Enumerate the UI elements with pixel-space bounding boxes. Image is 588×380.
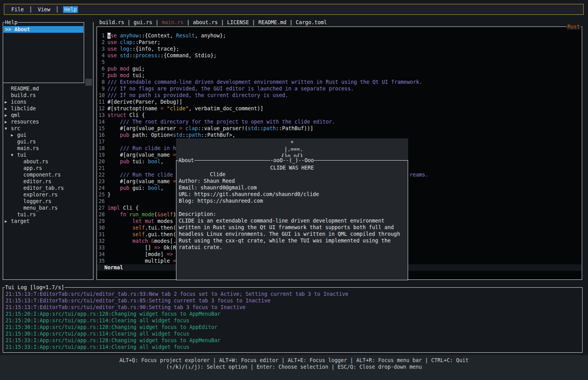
code-text: #[arg(value_name = <box>107 178 176 185</box>
tab-about-rs[interactable]: about.rs <box>193 19 218 25</box>
line-number: 16 <box>97 132 105 138</box>
about-row: Description: <box>179 211 405 217</box>
code-text: /// The root directory for the project t… <box>107 118 335 125</box>
tree-item-qml[interactable]: ▶qml <box>3 112 93 118</box>
tree-item-label: editor_tab.rs <box>23 185 64 191</box>
help-dropdown-title: Help <box>5 19 18 26</box>
tree-item-build-rs[interactable]: build.rs <box>3 92 93 99</box>
tree-item-about-rs[interactable]: about.rs <box>3 158 93 165</box>
line-number: 2 <box>97 39 105 46</box>
tree-item-editor-tab-rs[interactable]: editor_tab.rs <box>3 185 93 191</box>
code-line: 7pub mod tui; <box>97 72 581 79</box>
menu-item-help[interactable]: Help <box>63 6 78 13</box>
tree-item-gui[interactable]: ▶gui <box>3 132 93 138</box>
code-text: struct Cli { <box>107 112 145 118</box>
code-text: #[arg(value_parser = clap::value_parser!… <box>107 125 313 132</box>
tree-item-label: editor.rs <box>23 178 51 185</box>
line-number: 19 <box>97 152 105 158</box>
tree-item-menu-bar-rs[interactable]: menu_bar.rs <box>3 205 93 211</box>
tab-license[interactable]: LICENSE <box>227 19 249 25</box>
tree-item-logger-rs[interactable]: logger.rs <box>3 198 93 205</box>
about-dialog-title: About <box>178 157 194 164</box>
tree-item-label: about.rs <box>23 158 48 165</box>
tree-item-label: libclide <box>11 105 36 112</box>
tab-readme-md[interactable]: README.md <box>258 19 286 25</box>
code-line: 9/// If no flags are provided, the GUI e… <box>97 85 581 92</box>
code-text: use log::{info, trace}; <box>107 46 179 52</box>
tree-item-src[interactable]: ▼src <box>3 125 93 132</box>
line-number: 6 <box>97 65 105 72</box>
file-tree: README.mdbuild.rs▶icons▶libclide▶qml▶res… <box>3 85 93 224</box>
tree-item-gui-rs[interactable]: gui.rs <box>3 138 93 145</box>
line-number: 3 <box>97 46 105 52</box>
about-dialog: * |.===. {}o o{} About -ooO--(_)--Ooo Cl… <box>176 138 408 280</box>
about-row: Email: shaunrd0@gmail.com <box>179 184 405 191</box>
code-line: 13struct Cli { <box>97 112 581 118</box>
scrollbar-thumb[interactable] <box>85 79 92 86</box>
code-line: 14 /// The root directory for the projec… <box>97 118 581 125</box>
tree-item-target[interactable]: ▶target <box>3 218 93 224</box>
code-text: use anyhow::{Context, Result, anyhow}; <box>107 32 226 39</box>
tree-item-label: build.rs <box>11 92 36 99</box>
about-row: written in Rust using the Qt UI framewor… <box>179 224 405 231</box>
tab-gui-rs[interactable]: gui.rs <box>134 19 152 25</box>
code-text: use clap::Parser; <box>107 39 160 46</box>
tree-item-tui[interactable]: ▼tui <box>3 152 93 158</box>
code-line: 2use clap::Parser; <box>97 39 581 46</box>
tree-item-icons[interactable]: ▶icons <box>3 99 93 105</box>
code-text: match &modes[. <box>107 238 176 244</box>
tree-item-label: src <box>11 125 20 132</box>
code-line: 11#[derive(Parser, Debug)] <box>97 99 581 105</box>
chevron-right-icon: ▶ <box>11 132 17 138</box>
tree-item-app-rs[interactable]: app.rs <box>3 165 93 171</box>
shortcut-help-line-1: ALT+Q: Focus project explorer | ALT+W: F… <box>0 357 588 364</box>
menu-bar: File│View│Help <box>4 4 584 15</box>
tree-item-label: gui <box>17 132 26 138</box>
code-text: use std::process::{Command, Stdio}; <box>107 52 217 59</box>
tui-log-title: Tui Log [log=1.7/s] <box>5 284 65 291</box>
about-row: Blog: https://shaunreed.com <box>179 198 405 204</box>
tree-item-resources[interactable]: ▶resources <box>3 118 93 125</box>
code-line: 4use std::process::{Command, Stdio}; <box>97 52 581 59</box>
tree-item-tui-rs[interactable]: tui.rs <box>3 211 93 218</box>
tab-build-rs[interactable]: build.rs <box>99 19 124 25</box>
line-number: 20 <box>97 158 105 165</box>
tree-item-readme-md[interactable]: README.md <box>3 85 93 92</box>
tree-item-component-rs[interactable]: component.rs <box>3 171 93 178</box>
line-number: 35 <box>97 258 105 264</box>
line-number: 26 <box>97 198 105 205</box>
chevron-down-icon: ▼ <box>5 125 11 132</box>
line-number: 15 <box>97 125 105 132</box>
line-number: 29 <box>97 218 105 224</box>
menu-item-view[interactable]: View <box>37 6 51 13</box>
line-number: 11 <box>97 99 105 105</box>
log-entry: 21:15:20:I:App:src/tui/app.rs:114:Cleari… <box>5 317 581 324</box>
code-line: 8/// Extendable command-line driven deve… <box>97 79 581 85</box>
code-text: impl Cli { <box>107 205 139 211</box>
line-number: 10 <box>97 92 105 99</box>
about-row: Rust using the cxx-qt crate, while the T… <box>179 237 405 244</box>
help-menu-item-about[interactable]: >> About <box>4 26 83 33</box>
log-entry: 21:15:30:I:App:src/tui/app.rs:128:Changi… <box>5 324 581 331</box>
line-number: 28 <box>97 211 105 218</box>
log-entry: 21:15:13:T:EditorTab:src/tui/editor_tab.… <box>5 304 581 311</box>
tree-item-label: icons <box>11 99 26 105</box>
tree-item-editor-rs[interactable]: editor.rs <box>3 178 93 185</box>
tree-item-libclide[interactable]: ▶libclide <box>3 105 93 112</box>
tab-cargo-toml[interactable]: Cargo.toml <box>296 19 327 25</box>
tree-item-main-rs[interactable]: main.rs <box>3 145 93 152</box>
tab-main-rs[interactable]: main.rs <box>162 19 183 25</box>
tree-item-label: tui.rs <box>17 211 36 218</box>
tree-item-explorer-rs[interactable]: explorer.rs <box>3 191 93 198</box>
tree-item-label: component.rs <box>23 171 61 178</box>
tree-item-label: tui <box>17 152 26 158</box>
code-text: pub mod gui; <box>107 65 145 72</box>
line-number: 9 <box>97 85 105 92</box>
tree-item-label: qml <box>11 112 20 118</box>
tree-item-label: main.rs <box>17 145 39 152</box>
code-line: 5 <box>97 59 581 65</box>
line-number: 31 <box>97 231 105 238</box>
log-entry: 21:15:13:T:EditorTab:src/tui/editor_tab.… <box>5 291 581 297</box>
line-number: 33 <box>97 244 105 251</box>
menu-item-file[interactable]: File <box>10 6 25 13</box>
